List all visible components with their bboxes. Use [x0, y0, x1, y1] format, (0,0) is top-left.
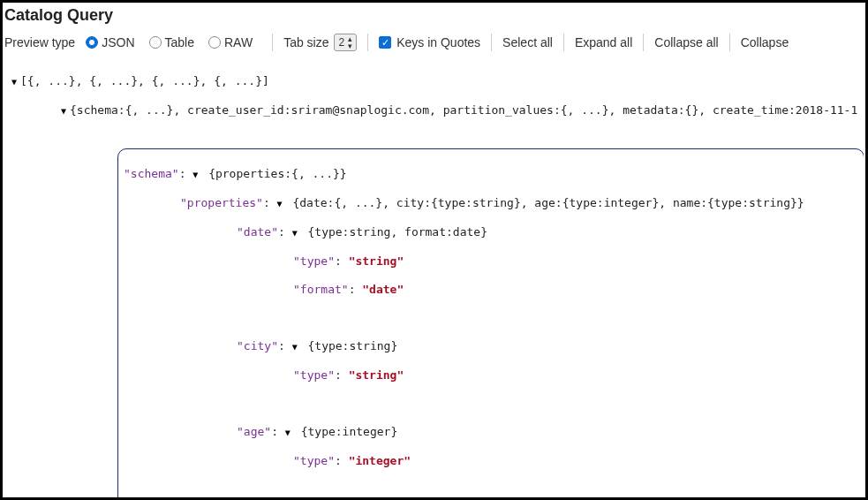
tree-row[interactable]: "type": "integer" [124, 454, 858, 468]
divider [367, 34, 368, 51]
divider [729, 34, 730, 51]
tree-row[interactable]: "schema": ▼ {properties:{, ...}} [124, 167, 858, 182]
tree-row[interactable]: "type": "string" [124, 368, 858, 383]
stepper-icon: ▴▾ [348, 35, 352, 49]
caret-down-icon[interactable]: ▼ [292, 342, 298, 352]
preview-type-label: Preview type [4, 35, 75, 49]
toolbar: Preview type JSON Table RAW Tab size 2▴▾… [4, 32, 864, 60]
expand-all-button[interactable]: Expand all [575, 35, 632, 49]
page-title: Catalog Query [4, 6, 864, 25]
preview-raw-radio[interactable]: RAW [208, 35, 253, 49]
tree-row[interactable]: "format": "date" [124, 283, 858, 297]
radio-icon [208, 36, 221, 49]
divider [563, 34, 564, 51]
tree-row[interactable]: "city": ▼ {type:string} [124, 339, 858, 354]
tree-row[interactable]: "type": "string" [124, 254, 858, 269]
keys-in-quotes-checkbox[interactable]: ✓Keys in Quotes [379, 35, 480, 49]
tree-row[interactable]: ▼[{, ...}, {, ...}, {, ...}, {, ...}] [11, 74, 864, 89]
tree-row[interactable]: ▼{schema:{, ...}, create_user_id:sriram@… [11, 103, 864, 118]
preview-table-radio[interactable]: Table [149, 35, 194, 49]
tree-row[interactable]: "properties": ▼ {date:{, ...}, city:{typ… [124, 196, 858, 211]
schema-box: "schema": ▼ {properties:{, ...}} "proper… [117, 148, 864, 500]
divider [643, 34, 644, 51]
radio-icon [149, 36, 162, 49]
caret-down-icon[interactable]: ▼ [11, 77, 17, 87]
divider [272, 34, 273, 51]
caret-down-icon[interactable]: ▼ [61, 106, 66, 116]
divider [491, 34, 492, 51]
json-viewer: ▼[{, ...}, {, ...}, {, ...}, {, ...}] ▼{… [4, 60, 864, 500]
collapse-button[interactable]: Collapse [741, 35, 789, 49]
tree-row[interactable]: "date": ▼ {type:string, format:date} [124, 225, 858, 240]
collapse-all-button[interactable]: Collapse all [654, 35, 718, 49]
caret-down-icon[interactable]: ▼ [277, 199, 283, 208]
tabsize-select[interactable]: 2▴▾ [334, 34, 357, 51]
check-icon: ✓ [379, 36, 391, 49]
tabsize-label: Tab size [283, 35, 328, 49]
caret-down-icon[interactable]: ▼ [192, 170, 198, 179]
radio-icon [86, 36, 98, 49]
select-all-button[interactable]: Select all [502, 35, 553, 49]
caret-down-icon[interactable]: ▼ [285, 428, 291, 437]
preview-json-radio[interactable]: JSON [86, 35, 134, 49]
tree-row[interactable]: "age": ▼ {type:integer} [124, 425, 858, 440]
caret-down-icon[interactable]: ▼ [292, 228, 298, 238]
